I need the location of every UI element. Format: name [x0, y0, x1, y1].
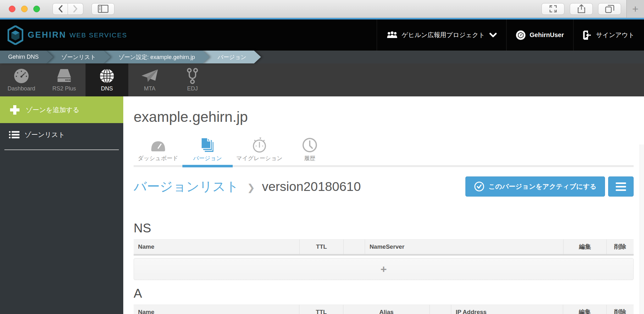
- tab-dashboard[interactable]: ダッシュボード: [134, 137, 182, 165]
- breadcrumb-label: Gehirn DNS: [8, 54, 39, 60]
- forward-button[interactable]: [68, 3, 83, 15]
- plus-icon: [9, 105, 20, 115]
- column-header-nameserver: NameServer: [365, 240, 564, 254]
- fullscreen-icon: [549, 4, 558, 13]
- new-tab-button[interactable]: +: [626, 0, 644, 18]
- column-header-edit: 編集: [563, 305, 607, 314]
- zoom-window-button[interactable]: [33, 6, 40, 12]
- breadcrumb-label: ゾーン設定: example.gehirn.jp: [119, 53, 195, 61]
- tab-overview-button[interactable]: [598, 3, 621, 15]
- main-content: example.gehirn.jp ダッシュボード バージョン マイグレーション…: [123, 96, 644, 314]
- ns-section-title: NS: [134, 219, 634, 237]
- tab-label: ダッシュボード: [138, 154, 178, 162]
- tab-migration[interactable]: マイグレーション: [233, 137, 286, 165]
- tab-label: バージョン: [193, 154, 222, 162]
- list-icon: [9, 131, 19, 139]
- sidebar-item-zone-list[interactable]: ゾーンリスト: [0, 123, 123, 146]
- clock-icon: [302, 137, 318, 153]
- signout-icon: [583, 30, 592, 40]
- nav-buttons: [53, 3, 83, 15]
- service-tab-dns[interactable]: DNS: [86, 63, 128, 96]
- sidebar-toggle-button[interactable]: [92, 3, 114, 15]
- service-tab-rs2-plus[interactable]: RS2 Plus: [43, 63, 86, 96]
- a-section-title: A: [134, 284, 634, 302]
- git-branch-icon: [186, 68, 199, 84]
- ns-table: Name TTL NameServer 編集 削除 +: [134, 239, 634, 280]
- paper-plane-icon: [141, 69, 158, 83]
- ns-table-header: Name TTL NameServer 編集 削除: [134, 239, 634, 256]
- share-button[interactable]: [570, 3, 593, 15]
- version-list-link[interactable]: バージョンリスト: [134, 178, 239, 195]
- activate-button-label: このバージョンをアクティブにする: [489, 182, 597, 191]
- column-header-delete: 削除: [607, 305, 634, 314]
- gauge-icon: [150, 139, 166, 151]
- fullscreen-button[interactable]: [541, 3, 564, 15]
- breadcrumb: Gehirn DNS ゾーンリスト ゾーン設定: example.gehirn.…: [0, 51, 644, 63]
- zone-title: example.gehirn.jp: [134, 107, 634, 127]
- project-selector[interactable]: ゲヒルン広報用プロジェクト: [377, 19, 507, 51]
- sidebar: ゾーンを追加する ゾーンリスト: [0, 96, 123, 314]
- service-tab-mta[interactable]: MTA: [128, 63, 171, 96]
- column-header-alias: Alias: [343, 305, 430, 314]
- share-icon: [577, 4, 586, 14]
- user-avatar: [516, 30, 525, 40]
- activate-version-button[interactable]: このバージョンをアクティブにする: [465, 176, 605, 197]
- sidebar-divider: [4, 149, 119, 150]
- traffic-lights: [9, 6, 40, 12]
- zone-tabs: ダッシュボード バージョン マイグレーション 履歴: [134, 137, 634, 167]
- stacked-pages-icon: [200, 137, 215, 153]
- column-header-name: Name: [134, 305, 299, 314]
- tab-history[interactable]: 履歴: [286, 137, 333, 165]
- breadcrumb-label: バージョン: [218, 53, 247, 61]
- tab-label: マイグレーション: [236, 154, 283, 162]
- stopwatch-icon: [252, 137, 267, 153]
- breadcrumb-item-zone-list[interactable]: ゾーンリスト: [46, 51, 110, 63]
- people-icon: [386, 31, 398, 39]
- chevron-right-icon: ❯: [247, 182, 255, 193]
- version-heading-row: バージョンリスト ❯ version20180610 このバージョンをアクティブ…: [134, 176, 634, 197]
- service-label: Dashboard: [8, 85, 35, 92]
- version-name: version20180610: [262, 179, 361, 194]
- service-label: RS2 Plus: [52, 85, 76, 92]
- project-label: ゲヒルン広報用プロジェクト: [402, 31, 485, 39]
- close-window-button[interactable]: [9, 6, 15, 12]
- zone-list-label: ゾーンリスト: [25, 130, 65, 139]
- user-menu[interactable]: GehirnUser: [506, 19, 573, 51]
- breadcrumb-item-gehirn-dns[interactable]: Gehirn DNS: [0, 51, 53, 63]
- add-zone-label: ゾーンを追加する: [26, 106, 79, 114]
- chevron-left-icon: [58, 5, 63, 13]
- service-tab-edj[interactable]: EDJ: [171, 63, 214, 96]
- column-spacer: [430, 305, 451, 314]
- brand-logo: GEHIRN WEB SERVICES: [8, 19, 377, 51]
- sidebar-icon: [98, 5, 108, 13]
- signout-button[interactable]: サインアウト: [573, 19, 644, 51]
- chevron-right-icon: [73, 5, 78, 13]
- breadcrumb-item-zone-settings[interactable]: ゾーン設定: example.gehirn.jp: [103, 51, 209, 63]
- gauge-icon: [14, 68, 29, 84]
- add-zone-button[interactable]: ゾーンを追加する: [0, 96, 123, 123]
- service-label: MTA: [144, 85, 156, 92]
- scrollbar-track[interactable]: [640, 144, 644, 314]
- browser-chrome: +: [0, 0, 644, 18]
- service-label: EDJ: [187, 85, 198, 92]
- a-table-header: Name TTL Alias IP Address 編集 削除: [134, 305, 634, 314]
- breadcrumb-item-version[interactable]: バージョン: [203, 51, 261, 63]
- service-tab-dashboard[interactable]: Dashboard: [0, 63, 43, 96]
- hamburger-icon: [616, 182, 626, 184]
- signout-label: サインアウト: [596, 31, 635, 39]
- tab-version[interactable]: バージョン: [182, 137, 233, 165]
- column-spacer: [344, 240, 365, 254]
- globe-icon: [99, 68, 115, 84]
- back-button[interactable]: [53, 3, 68, 15]
- minimize-window-button[interactable]: [21, 6, 28, 12]
- ns-add-record-button[interactable]: +: [134, 258, 634, 280]
- user-name: GehirnUser: [530, 31, 564, 39]
- column-header-name: Name: [134, 240, 300, 254]
- brand-suffix: WEB SERVICES: [69, 31, 127, 39]
- version-menu-button[interactable]: [608, 176, 634, 197]
- breadcrumb-label: ゾーンリスト: [61, 53, 96, 61]
- avatar-logo-icon: [518, 32, 524, 38]
- plus-glyph: +: [632, 3, 639, 15]
- gehirn-logo-icon: [8, 25, 23, 45]
- service-label: DNS: [101, 85, 113, 92]
